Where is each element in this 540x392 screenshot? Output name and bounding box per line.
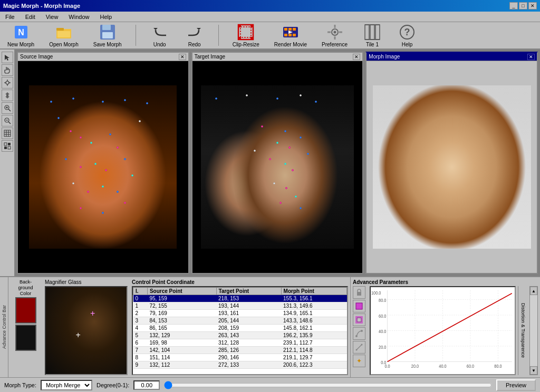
cp-table-wrapper[interactable]: I. Source Point Target Point Morph Point…	[132, 286, 348, 375]
close-button[interactable]: ✕	[528, 2, 537, 9]
render-movie-button[interactable]: Render Movie	[271, 23, 310, 48]
cell-morph: 131.3, 149.6	[281, 302, 346, 310]
tile-button[interactable]: Tile 1	[359, 23, 385, 48]
new-morph-button[interactable]: N New Morph	[4, 23, 37, 48]
scroll-down[interactable]: ▼	[530, 366, 537, 375]
svg-rect-29	[370, 25, 374, 40]
morph-type-select[interactable]: Morph Merge Morph Only Warp Only	[41, 380, 92, 390]
open-morph-button[interactable]: Open Morph	[46, 23, 82, 48]
cell-target: 285, 126	[216, 347, 281, 354]
clip-resize-button[interactable]: Clip-Resize	[229, 23, 263, 48]
svg-rect-18	[284, 34, 287, 36]
bg-color-swatch-bottom[interactable]	[15, 325, 36, 351]
select-tool[interactable]	[2, 52, 13, 63]
tile-icon	[364, 24, 381, 41]
scroll-track[interactable]	[530, 295, 537, 366]
cell-morph: 200.6, 122.3	[281, 361, 346, 369]
cell-target: 218, 153	[216, 295, 281, 302]
magnifier-section: Magnifier Glass + +	[43, 277, 130, 377]
cell-index: 9	[133, 361, 148, 369]
table-row[interactable]: 9 132, 112 272, 133 200.6, 122.3	[133, 361, 347, 369]
open-morph-label: Open Morph	[49, 42, 79, 47]
bg-color-swatch-top[interactable]	[15, 297, 36, 324]
minimize-button[interactable]: _	[509, 2, 518, 9]
tile-label: Tile 1	[366, 42, 379, 47]
zoom-in-tool[interactable]	[2, 102, 13, 114]
magnifier-label: Magnifier Glass	[45, 279, 128, 285]
adv-line-btn[interactable]	[353, 341, 365, 354]
other-tool[interactable]	[2, 140, 13, 152]
adv-star-btn[interactable]: ✦	[353, 355, 365, 367]
help-button[interactable]: ? Help	[394, 23, 420, 48]
zoom-out-tool[interactable]	[2, 115, 13, 126]
move-tool[interactable]	[2, 90, 13, 101]
grid-tool[interactable]	[2, 128, 13, 139]
adv-scrollbar[interactable]: ▲ ▼	[529, 286, 538, 375]
main-area: Source Image ✕	[0, 50, 540, 392]
morph-panel-close[interactable]: ✕	[527, 54, 535, 60]
svg-text:?: ?	[404, 27, 410, 37]
panels-container: Source Image ✕	[15, 50, 540, 276]
table-row[interactable]: 6 169, 98 312, 128 239.1, 112.7	[133, 339, 347, 347]
svg-rect-9	[240, 27, 251, 37]
adv-rect-btn[interactable]	[353, 300, 365, 312]
preview-button[interactable]: Preview	[496, 379, 536, 391]
target-panel-close[interactable]: ✕	[353, 54, 360, 60]
cell-morph: 196.2, 135.9	[281, 332, 346, 339]
save-morph-button[interactable]: Save Morph	[90, 23, 125, 48]
preference-button[interactable]: Preference	[319, 23, 351, 48]
svg-rect-47	[4, 130, 11, 136]
col-index: I.	[133, 288, 148, 295]
table-row[interactable]: 3 84, 153 205, 144 143.3, 148.6	[133, 317, 347, 325]
menu-window[interactable]: Window	[65, 13, 92, 21]
scroll-up[interactable]: ▲	[530, 287, 537, 295]
adv-curve-btn[interactable]	[353, 327, 365, 340]
source-panel-content[interactable]	[18, 61, 188, 273]
svg-rect-13	[250, 37, 253, 40]
degree-slider[interactable]	[164, 381, 492, 389]
adv-chart: 0.0 20.0 40.0 60.0 80.0 100.0 0.0 20.0 4…	[370, 286, 516, 375]
cell-source: 151, 114	[147, 354, 216, 361]
side-panel-label: Advance Control Bar	[2, 305, 7, 349]
table-row[interactable]: 7 142, 104 285, 126 212.1, 114.8	[133, 347, 347, 354]
table-row[interactable]: 0 95, 159 218, 153 155.3, 156.1	[133, 295, 347, 302]
adv-lock-btn[interactable]	[353, 286, 365, 299]
table-row[interactable]: 4 86, 165 208, 159 145.8, 162.1	[133, 325, 347, 332]
source-image	[29, 85, 177, 249]
degree-input[interactable]	[133, 380, 160, 390]
source-panel-close[interactable]: ✕	[179, 54, 186, 60]
svg-line-62	[356, 345, 362, 350]
table-row[interactable]: 5 132, 129 263, 143 196.2, 135.9	[133, 332, 347, 339]
hand-tool[interactable]	[2, 64, 13, 76]
point-tool[interactable]	[2, 77, 13, 89]
svg-line-87	[388, 293, 512, 362]
target-panel-titlebar: Target Image ✕	[192, 53, 363, 61]
col-target: Target Point	[216, 288, 281, 295]
menu-edit[interactable]: Edit	[22, 13, 38, 21]
target-panel: Target Image ✕	[191, 52, 364, 274]
svg-rect-11	[250, 25, 253, 27]
table-row[interactable]: 1 72, 155 193, 144 131.3, 149.6	[133, 302, 347, 310]
control-point-section: Control Point Coordinate I. Source Point…	[130, 277, 350, 377]
adv-rect2-btn[interactable]	[353, 313, 365, 326]
menu-view[interactable]: View	[43, 13, 62, 21]
magnifier-view: + +	[45, 286, 128, 375]
undo-button[interactable]: Undo	[147, 23, 173, 48]
table-row[interactable]: 8 151, 114 290, 146 219.1, 129.7	[133, 354, 347, 361]
redo-label: Redo	[188, 42, 201, 47]
svg-rect-20	[293, 34, 296, 36]
svg-rect-6	[102, 25, 111, 30]
svg-rect-12	[238, 37, 241, 40]
cell-source: 72, 155	[147, 302, 216, 310]
menu-help[interactable]: Help	[97, 13, 115, 21]
table-row[interactable]: 2 79, 169 193, 161 134.9, 165.1	[133, 310, 347, 317]
maximize-button[interactable]: □	[519, 2, 527, 9]
menu-file[interactable]: File	[2, 13, 18, 21]
cell-index: 7	[133, 347, 148, 354]
cell-source: 132, 129	[147, 332, 216, 339]
morph-panel-content[interactable]	[367, 61, 537, 273]
target-panel-content[interactable]	[192, 61, 363, 273]
side-panel: Advance Control Bar	[0, 277, 8, 377]
redo-button[interactable]: Redo	[181, 23, 208, 48]
svg-text:20.0: 20.0	[411, 364, 419, 369]
